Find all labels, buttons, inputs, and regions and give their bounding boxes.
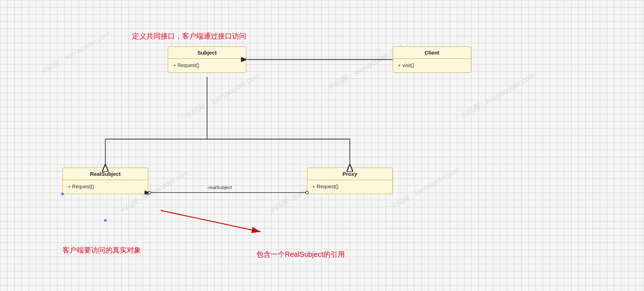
watermark-1: 「卡码网」kamacoder.com bbox=[32, 29, 111, 80]
annotation-bottom-left: 客户端要访问的真实对象 bbox=[62, 245, 141, 255]
subject-title: Subject bbox=[168, 47, 246, 59]
realsubject-label: -realSubject bbox=[207, 185, 232, 190]
watermark-4: 「卡码网」kamacoder.com bbox=[450, 70, 537, 127]
annotation-bottom-right: 包含一个RealSubject的引用 bbox=[256, 250, 345, 259]
handle-realsubject-top bbox=[104, 166, 107, 169]
red-annotation-arrow bbox=[161, 210, 261, 232]
arrows-svg: -realSubject bbox=[0, 0, 644, 291]
handle-realsubject-right bbox=[146, 193, 149, 195]
watermark-3: 「卡码网」kamacoder.com bbox=[318, 41, 405, 98]
client-body: + visit() bbox=[393, 59, 471, 72]
annotation-top: 定义共同接口，客户端通过接口访问 bbox=[132, 31, 246, 41]
watermark-7: 「卡码网」kamacoder.com bbox=[382, 164, 461, 216]
uml-box-client: Client + visit() bbox=[393, 46, 471, 73]
handle-realsubject-bottom bbox=[104, 219, 107, 222]
proxy-body: + Request() bbox=[307, 180, 392, 194]
realsubject-title: RealSubject bbox=[63, 168, 148, 180]
proxy-title: Proxy bbox=[307, 168, 392, 180]
subject-body: + Request() bbox=[168, 59, 246, 72]
realsubject-body: + Request() bbox=[63, 180, 148, 194]
watermark-2: 「卡码网」kamacoder.com bbox=[175, 70, 262, 127]
uml-box-realsubject: RealSubject + Request() bbox=[62, 168, 148, 194]
client-title: Client bbox=[393, 47, 471, 59]
uml-box-proxy: Proxy + Request() bbox=[307, 168, 393, 194]
handle-realsubject-left bbox=[61, 193, 64, 195]
uml-box-subject: Subject + Request() bbox=[168, 46, 246, 73]
